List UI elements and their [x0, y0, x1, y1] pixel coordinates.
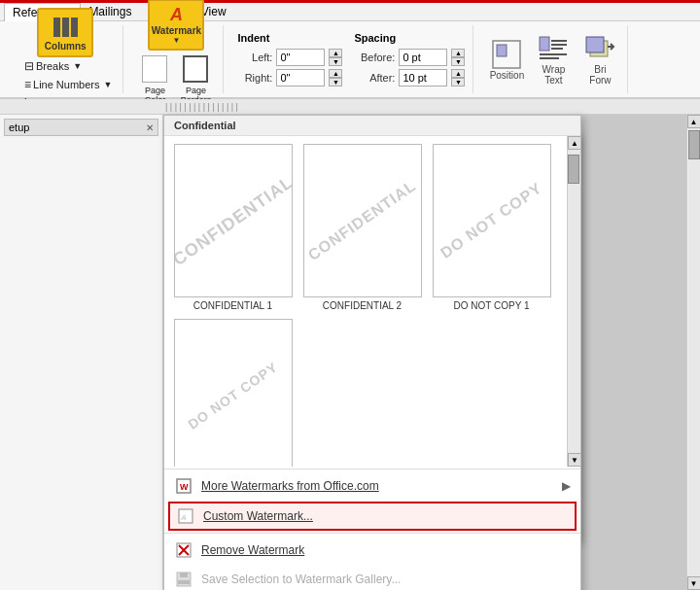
scroll-thumb[interactable] — [688, 130, 700, 159]
remove-watermark-label: Remove Watermark — [201, 543, 304, 557]
watermark-donotcopy1-preview[interactable]: DO NOT COPY — [433, 144, 551, 297]
watermark-confidential2-text: CONFIDENTIAL — [305, 177, 420, 264]
dropdown-scroll-up[interactable]: ▲ — [568, 136, 580, 150]
wrap-text-button[interactable]: Wrap Text — [532, 27, 575, 91]
spacing-after-row: After: ▲ ▼ — [354, 69, 465, 87]
svg-text:A: A — [180, 513, 187, 522]
svg-rect-2 — [71, 17, 78, 37]
indent-left-down[interactable]: ▼ — [329, 57, 342, 66]
watermark-confidential2-preview[interactable]: CONFIDENTIAL — [303, 144, 422, 297]
indent-left-label: Left: — [237, 52, 272, 63]
watermark-donotcopy1[interactable]: DO NOT COPY DO NOT COPY 1 — [431, 144, 552, 311]
watermark-confidential2-label: CONFIDENTIAL 2 — [323, 300, 402, 311]
scroll-down-button[interactable]: ▼ — [687, 576, 701, 590]
bring-forward-label: Bri Forw — [589, 64, 611, 86]
indent-left-input[interactable] — [276, 49, 325, 66]
spacing-before-label: Before: — [354, 52, 395, 63]
bring-forward-button[interactable]: Bri Forw — [578, 27, 621, 91]
svg-text:W: W — [180, 482, 189, 492]
position-button[interactable]: Position — [485, 27, 528, 91]
indent-right-spinner[interactable]: ▲ ▼ — [329, 69, 342, 87]
watermark-confidential2[interactable]: CONFIDENTIAL CONFIDENTIAL 2 — [301, 144, 423, 311]
breaks-label: Breaks — [36, 60, 69, 72]
watermark-confidential1-text: CONFIDENTIAL — [174, 172, 293, 270]
indent-label: Indent — [237, 32, 342, 44]
indent-left-spinner[interactable]: ▲ ▼ — [329, 49, 342, 66]
remove-icon — [175, 541, 192, 559]
spacing-after-up[interactable]: ▲ — [451, 69, 465, 78]
watermark-confidential1-label: CONFIDENTIAL 1 — [193, 300, 272, 311]
indent-left-up[interactable]: ▲ — [329, 49, 342, 57]
spacing-before-spinner[interactable]: ▲ ▼ — [451, 49, 465, 66]
dropdown-scroll-down[interactable]: ▼ — [568, 453, 580, 467]
line-numbers-button[interactable]: ≡ Line Numbers ▼ — [21, 76, 115, 93]
scroll-up-button[interactable]: ▲ — [687, 115, 701, 128]
spacing-after-spinner[interactable]: ▲ ▼ — [451, 69, 465, 87]
watermark-donotcopy1-text: DO NOT COPY — [438, 179, 545, 261]
svg-rect-23 — [178, 580, 190, 584]
dropdown-save-selection: Save Selection to Watermark Gallery... — [164, 565, 580, 590]
spacing-group: Spacing Before: ▲ ▼ After: ▲ ▼ — [354, 32, 465, 87]
remove-watermark-icon — [174, 540, 193, 560]
dropdown-more-watermarks[interactable]: W More Watermarks from Office.com ▶ — [164, 471, 580, 501]
watermark-dropdown: Confidential CONFIDENTIAL CONFIDENTIAL 1… — [163, 115, 581, 590]
spacing-after-input[interactable] — [399, 69, 447, 87]
watermark-confidential1-preview[interactable]: CONFIDENTIAL — [174, 144, 293, 297]
svg-rect-22 — [180, 573, 188, 577]
spacing-before-row: Before: ▲ ▼ — [354, 49, 465, 66]
watermark-donotcopy1-label: DO NOT COPY 1 — [454, 300, 530, 311]
svg-rect-5 — [540, 37, 549, 51]
ribbon-page-setup-group: Columns ⊟ Breaks ▼ ≡ Line Numbers ▼ b- H… — [8, 25, 123, 93]
indent-right-input[interactable] — [276, 69, 325, 87]
spacing-after-down[interactable]: ▼ — [451, 78, 465, 87]
page-borders-icon — [183, 55, 208, 83]
save-selection-label: Save Selection to Watermark Gallery... — [201, 573, 401, 586]
left-panel: etup ✕ — [0, 115, 163, 590]
dropdown-divider-2 — [164, 533, 580, 534]
watermark-grid-container[interactable]: CONFIDENTIAL CONFIDENTIAL 1 CONFIDENTIAL… — [164, 136, 580, 467]
ribbon: Columns ⊟ Breaks ▼ ≡ Line Numbers ▼ b- H… — [0, 21, 700, 99]
spacing-before-input[interactable] — [399, 49, 447, 66]
indent-right-up[interactable]: ▲ — [329, 69, 342, 78]
left-panel-header: etup ✕ — [4, 119, 158, 136]
watermark-grid: CONFIDENTIAL CONFIDENTIAL 1 CONFIDENTIAL… — [164, 136, 580, 467]
menu-bar: References Mailings Review View — [0, 0, 700, 21]
left-panel-close[interactable]: ✕ — [146, 122, 154, 133]
scroll-track[interactable] — [688, 128, 700, 576]
wrap-text-icon — [538, 33, 569, 64]
columns-button[interactable]: Columns — [37, 8, 93, 57]
indent-right-row: Right: ▲ ▼ — [237, 69, 342, 87]
vertical-scrollbar: ▲ ▼ — [686, 115, 700, 590]
more-watermarks-arrow: ▶ — [562, 479, 571, 493]
page-color-icon — [142, 55, 167, 83]
spacing-before-down[interactable]: ▼ — [451, 57, 465, 66]
watermark-donotcopy2[interactable]: DO NOT COPY DO NOT COPY 2 — [172, 319, 294, 467]
columns-icon — [52, 14, 79, 41]
svg-rect-0 — [53, 17, 60, 37]
spacing-before-up[interactable]: ▲ — [451, 49, 465, 57]
watermark-button[interactable]: A Watermark ▼ — [148, 0, 204, 51]
spacing-after-label: After: — [354, 72, 395, 84]
custom-wm-icon: A — [177, 507, 194, 525]
watermark-confidential1[interactable]: CONFIDENTIAL CONFIDENTIAL 1 — [172, 144, 294, 311]
ruler: | | | | | | | | | | | | | | | | — [0, 99, 700, 115]
watermark-icon: A — [170, 5, 183, 25]
watermark-label: Watermark — [152, 25, 201, 36]
indent-spacing-group: Indent Left: ▲ ▼ Right: ▲ ▼ Spacing — [229, 25, 473, 93]
dropdown-scroll-track[interactable] — [568, 150, 580, 453]
breaks-button[interactable]: ⊟ Breaks ▼ — [21, 57, 115, 75]
spacing-label: Spacing — [354, 32, 465, 44]
indent-right-label: Right: — [237, 72, 272, 84]
watermark-donotcopy2-preview[interactable]: DO NOT COPY — [174, 319, 293, 467]
dropdown-remove-watermark[interactable]: Remove Watermark — [164, 536, 580, 565]
indent-right-down[interactable]: ▼ — [329, 78, 342, 87]
dropdown-scroll-thumb[interactable] — [568, 155, 579, 184]
custom-watermark-label: Custom Watermark... — [203, 509, 313, 523]
custom-watermark-icon: A — [176, 506, 195, 526]
save-selection-icon — [174, 570, 193, 589]
more-watermarks-label: More Watermarks from Office.com — [201, 479, 379, 493]
more-watermarks-icon: W — [174, 476, 193, 496]
position-icon — [491, 39, 522, 70]
dropdown-custom-watermark[interactable]: A Custom Watermark... — [168, 502, 577, 531]
watermark-donotcopy2-text: DO NOT COPY — [185, 359, 280, 433]
